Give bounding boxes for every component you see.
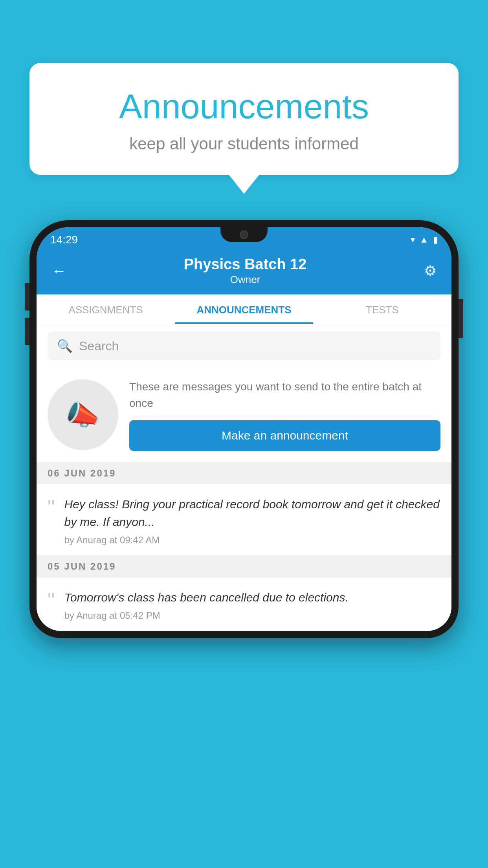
back-button[interactable]: ← — [48, 259, 70, 283]
volume-up-button — [25, 283, 29, 311]
announcement-text-1: Hey class! Bring your practical record b… — [64, 495, 440, 531]
promo-icon-circle: 📣 — [48, 379, 118, 450]
app-header: ← Physics Batch 12 Owner ⚙ — [37, 249, 451, 294]
make-announcement-button[interactable]: Make an announcement — [129, 420, 440, 451]
phone-body: 14:29 ▾ ▲ ▮ ← Physics Batch 12 Owner ⚙ — [29, 220, 459, 638]
date-label-2: 05 JUN 2019 — [48, 561, 116, 572]
promo-content: These are messages you want to send to t… — [129, 379, 440, 451]
front-camera — [240, 230, 248, 239]
phone-container: 14:29 ▾ ▲ ▮ ← Physics Batch 12 Owner ⚙ — [29, 220, 459, 868]
tab-tests[interactable]: TESTS — [313, 294, 451, 324]
announcement-item-1[interactable]: " Hey class! Bring your practical record… — [37, 484, 451, 555]
date-separator-1: 06 JUN 2019 — [37, 462, 451, 484]
phone-screen: 14:29 ▾ ▲ ▮ ← Physics Batch 12 Owner ⚙ — [37, 227, 451, 631]
settings-icon[interactable]: ⚙ — [421, 259, 440, 282]
quote-icon-1: " — [48, 495, 55, 517]
tab-bar: ASSIGNMENTS ANNOUNCEMENTS TESTS — [37, 294, 451, 324]
header-title-group: Physics Batch 12 Owner — [70, 256, 421, 286]
search-icon: 🔍 — [57, 338, 73, 353]
quote-icon-2: " — [48, 588, 55, 611]
tab-announcements[interactable]: ANNOUNCEMENTS — [175, 294, 313, 324]
announcement-item-2[interactable]: " Tomorrow's class has been cancelled du… — [37, 577, 451, 631]
bubble-title: Announcements — [53, 86, 435, 127]
announcement-content-1: Hey class! Bring your practical record b… — [64, 495, 440, 546]
header-title: Physics Batch 12 — [70, 256, 421, 273]
date-label-1: 06 JUN 2019 — [48, 468, 116, 478]
signal-icon: ▲ — [420, 235, 428, 245]
megaphone-icon: 📣 — [65, 398, 101, 432]
search-container: 🔍 Search — [37, 324, 451, 368]
bubble-subtitle: keep all your students informed — [53, 134, 435, 153]
header-subtitle: Owner — [70, 274, 421, 286]
phone-notch — [220, 227, 268, 242]
speech-bubble-container: Announcements keep all your students inf… — [29, 63, 459, 175]
tab-assignments[interactable]: ASSIGNMENTS — [37, 294, 175, 324]
status-icons: ▾ ▲ ▮ — [411, 235, 438, 245]
announcement-meta-2: by Anurag at 05:42 PM — [64, 610, 440, 621]
search-placeholder: Search — [79, 339, 119, 353]
volume-down-button — [25, 318, 29, 345]
announcement-text-2: Tomorrow's class has been cancelled due … — [64, 588, 440, 606]
date-separator-2: 05 JUN 2019 — [37, 555, 451, 577]
promo-description: These are messages you want to send to t… — [129, 379, 440, 412]
battery-icon: ▮ — [433, 235, 438, 245]
announcement-meta-1: by Anurag at 09:42 AM — [64, 535, 440, 546]
power-button — [459, 299, 463, 338]
promo-section: 📣 These are messages you want to send to… — [37, 368, 451, 462]
search-bar[interactable]: 🔍 Search — [48, 331, 440, 360]
wifi-icon: ▾ — [411, 235, 415, 245]
status-time: 14:29 — [50, 234, 78, 246]
announcement-content-2: Tomorrow's class has been cancelled due … — [64, 588, 440, 621]
speech-bubble: Announcements keep all your students inf… — [29, 63, 459, 175]
